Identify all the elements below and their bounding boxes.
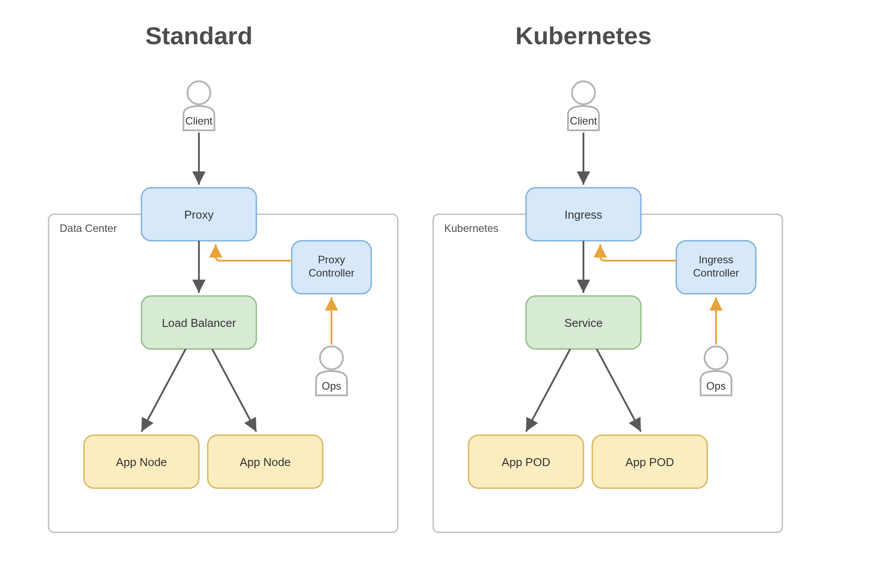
kubernetes-title: Kubernetes <box>515 22 652 49</box>
arrow-controller-ingress <box>600 244 676 261</box>
app-node-1-label: App Node <box>116 455 167 469</box>
ingress-label: Ingress <box>564 208 602 221</box>
kubernetes-diagram: Kubernetes Kubernetes Client Ingress Ing… <box>433 22 782 532</box>
app-node-2-label: App Node <box>240 455 291 469</box>
standard-diagram: Standard Data Center Client Proxy Proxy … <box>49 22 398 532</box>
ops-label: Ops <box>322 380 341 392</box>
svg-point-1 <box>320 346 343 369</box>
client-label: Client <box>185 115 213 127</box>
kubernetes-label: Kubernetes <box>444 222 499 234</box>
svg-point-0 <box>187 81 210 104</box>
proxy-label: Proxy <box>184 208 213 221</box>
app-pod-1-label: App POD <box>502 455 550 469</box>
arrow-controller-proxy <box>216 244 292 261</box>
ops-label: Ops <box>706 380 726 392</box>
arrow-lb-app1 <box>141 349 186 432</box>
arrow-service-pod1 <box>526 349 570 432</box>
service-label: Service <box>564 316 603 330</box>
app-pod-2-label: App POD <box>625 455 674 469</box>
ingress-controller-label-2: Controller <box>693 267 739 279</box>
svg-point-2 <box>572 81 595 104</box>
ingress-controller-label-1: Ingress <box>699 254 734 266</box>
proxy-controller-label-1: Proxy <box>318 254 345 266</box>
load-balancer-label: Load Balancer <box>162 316 236 330</box>
datacenter-label: Data Center <box>60 222 117 234</box>
arrow-service-pod2 <box>597 349 641 432</box>
svg-point-3 <box>705 346 728 369</box>
standard-title: Standard <box>145 22 253 49</box>
client-label: Client <box>570 115 597 127</box>
proxy-controller-label-2: Controller <box>309 267 354 279</box>
arrow-lb-app2 <box>212 349 256 432</box>
